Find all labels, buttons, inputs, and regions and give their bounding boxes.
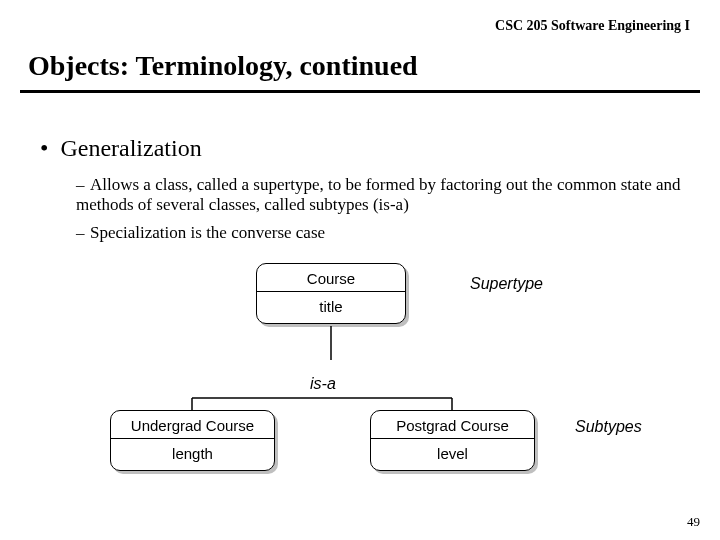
subbullet-2: –Specialization is the converse case [76, 223, 325, 243]
title-underline [20, 90, 700, 93]
class-box-course: Course title [256, 263, 406, 324]
label-isa: is-a [310, 375, 336, 393]
bullet-generalization: • Generalization [40, 135, 202, 162]
class-box-undergrad: Undergrad Course length [110, 410, 275, 471]
bullet-text: Generalization [60, 135, 201, 161]
class-attr-title: title [257, 292, 405, 323]
course-header: CSC 205 Software Engineering I [495, 18, 690, 34]
class-attr-level: level [371, 439, 534, 470]
class-box-postgrad: Postgrad Course level [370, 410, 535, 471]
class-name-postgrad: Postgrad Course [371, 411, 534, 439]
class-attr-length: length [111, 439, 274, 470]
slide-title: Objects: Terminology, continued [28, 50, 418, 82]
label-supertype: Supertype [470, 275, 543, 293]
page-number: 49 [687, 514, 700, 530]
label-subtypes: Subtypes [575, 418, 642, 436]
class-name-course: Course [257, 264, 405, 292]
subbullet-1-text: Allows a class, called a supertype, to b… [76, 175, 681, 214]
class-name-undergrad: Undergrad Course [111, 411, 274, 439]
subbullet-2-text: Specialization is the converse case [90, 223, 325, 242]
subbullet-1: –Allows a class, called a supertype, to … [76, 175, 696, 215]
